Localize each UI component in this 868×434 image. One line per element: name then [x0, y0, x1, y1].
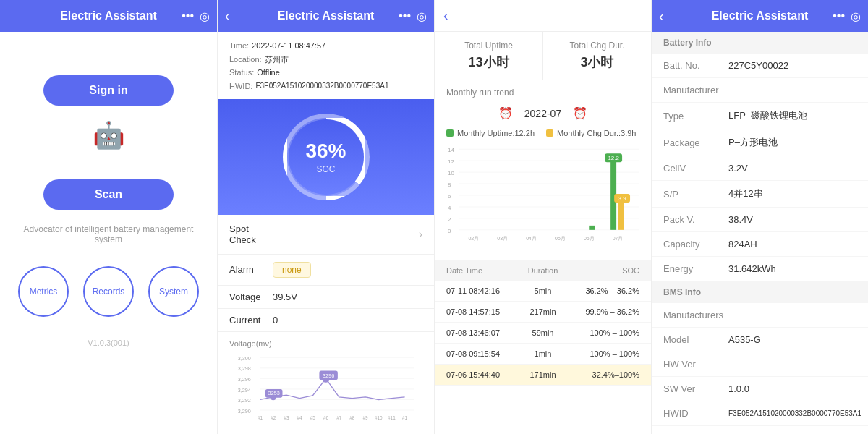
soc-circle: 36% SOC — [283, 114, 370, 200]
metrics-button[interactable]: Metrics — [18, 266, 69, 317]
svg-text:03月: 03月 — [497, 236, 508, 241]
svg-text:#9: #9 — [363, 414, 369, 420]
battery-info-header: Battery Info — [652, 32, 868, 54]
manufacturers-row: Manufacturers — [652, 303, 868, 328]
svg-text:2: 2 — [448, 216, 451, 223]
location-label: Location: — [229, 53, 262, 67]
panel2-title: Electric Assistant — [278, 9, 375, 22]
session-date-2: 07-08 14:57:15 — [446, 307, 516, 316]
svg-text:4: 4 — [448, 205, 451, 211]
session-row-5[interactable]: 07-06 15:44:40 171min 32.4%–100% — [435, 365, 651, 386]
sign-in-button[interactable]: Sign in — [43, 75, 174, 106]
batt-no-row: Batt. No. 227C5Y00022 — [652, 54, 868, 78]
voltage-row: Voltage 39.5V — [218, 286, 434, 309]
fwid-row: FWID FC6RJ293801 — [652, 426, 868, 434]
legend-chg: Monthly Chg Dur.:3.9h — [546, 129, 636, 137]
session-row-2[interactable]: 07-08 14:57:15 217min 99.9% – 36.2% — [435, 302, 651, 323]
alarm-row: Alarm none — [218, 255, 434, 286]
swver-row: SW Ver 1.0.0 — [652, 377, 868, 401]
hwid-value: F3E052A151020000332B0000770E53A1 — [255, 80, 388, 93]
total-uptime-value: 13小时 — [446, 54, 531, 71]
panel4-target-icon[interactable]: ◎ — [851, 9, 861, 23]
status-value: Offline — [257, 66, 280, 80]
svg-text:07月: 07月 — [613, 236, 624, 241]
version-text: V1.0.3(001) — [88, 339, 129, 347]
model-row: Model A535-G — [652, 328, 868, 352]
svg-text:0: 0 — [448, 228, 451, 234]
system-button[interactable]: System — [148, 266, 199, 317]
hwid-row: HWID F3E052A151020000332B0000770E53A1 — [652, 401, 868, 426]
svg-text:3,296: 3,296 — [238, 376, 251, 383]
manufacturer-label: Manufacturer — [663, 85, 728, 95]
panel4-dots-icon[interactable]: ••• — [833, 9, 845, 23]
spot-check-row[interactable]: SpotCheck › — [218, 215, 434, 255]
bms-info-header: BMS Info — [652, 281, 868, 303]
panel4-back-arrow[interactable]: ‹ — [659, 8, 664, 25]
scan-button[interactable]: Scan — [43, 179, 174, 210]
panel4-title: Electric Assistant — [712, 9, 809, 22]
session-date-5: 07-06 15:44:40 — [446, 370, 516, 379]
svg-text:3253: 3253 — [268, 390, 280, 396]
device-info: Time:2022-07-11 08:47:57 Location:苏州市 St… — [218, 32, 434, 99]
time-label: Time: — [229, 39, 249, 53]
battery-status-panel: ‹ Electric Assistant ••• ◎ Time:2022-07-… — [217, 0, 434, 434]
packv-label: Pack V. — [663, 214, 728, 225]
svg-text:14: 14 — [448, 147, 454, 153]
hwver-value: – — [728, 359, 733, 370]
total-chg-value: 3小时 — [555, 54, 639, 71]
soc-label: SOC — [316, 164, 335, 174]
svg-text:#10: #10 — [375, 414, 383, 420]
session-soc-3: 100% – 100% — [569, 328, 639, 337]
session-dur-3: 59min — [516, 328, 569, 337]
svg-text:3,290: 3,290 — [238, 407, 251, 414]
svg-text:02月: 02月 — [468, 236, 479, 241]
robot-icon: 🤖 — [93, 120, 125, 150]
panel2-dots-icon[interactable]: ••• — [399, 9, 411, 23]
batt-no-label: Batt. No. — [663, 60, 728, 71]
panel3-back-arrow[interactable]: ‹ — [443, 7, 448, 24]
manufacturers-label: Manufacturers — [663, 310, 728, 320]
records-button[interactable]: Records — [83, 266, 134, 317]
session-row-3[interactable]: 07-08 13:46:07 59min 100% – 100% — [435, 323, 651, 344]
target-icon[interactable]: ◎ — [200, 9, 210, 23]
total-chg-col: Total Chg Dur. 3小时 — [543, 32, 651, 80]
hwid-label: HWID: — [229, 80, 252, 93]
cellv-value: 3.2V — [728, 163, 748, 174]
current-value: 0 — [273, 315, 278, 326]
svg-text:#2: #2 — [271, 414, 276, 420]
svg-text:#8: #8 — [349, 414, 355, 420]
battery-info-panel: ‹ Electric Assistant ••• ◎ Battery Info … — [651, 0, 868, 434]
type-value: LFP–磁酸铁锂电池 — [728, 109, 807, 122]
dots-icon[interactable]: ••• — [182, 9, 194, 23]
prev-month-button[interactable]: ⏰ — [498, 106, 513, 120]
location-value: 苏州市 — [265, 53, 289, 67]
hwver-label: HW Ver — [663, 359, 728, 370]
package-row: Package P–方形电池 — [652, 129, 868, 156]
trend-header: Monthly run trend — [435, 80, 651, 102]
month-label: 2022-07 — [524, 108, 561, 119]
session-soc-1: 36.2% – 36.2% — [569, 286, 639, 295]
model-label: Model — [663, 334, 728, 345]
session-dur-5: 171min — [516, 370, 569, 379]
hwid-label: HWID — [663, 408, 728, 419]
batt-no-value: 227C5Y00022 — [728, 60, 788, 71]
session-row-1[interactable]: 07-11 08:42:16 5min 36.2% – 36.2% — [435, 281, 651, 302]
swver-value: 1.0.0 — [728, 383, 749, 394]
capacity-row: Capacity 824AH — [652, 232, 868, 257]
svg-text:#1: #1 — [402, 414, 408, 420]
svg-text:04月: 04月 — [526, 236, 537, 241]
svg-text:8: 8 — [448, 182, 451, 188]
session-row-4[interactable]: 07-08 09:15:54 1min 100% – 100% — [435, 344, 651, 365]
panel2-target-icon[interactable]: ◎ — [417, 9, 427, 23]
svg-text:3.9: 3.9 — [618, 195, 627, 202]
svg-text:3,298: 3,298 — [238, 365, 251, 372]
energy-value: 31.642kWh — [728, 263, 776, 274]
voltage-chart: Voltage(mv) 3,300 3,298 3,296 3,294 3,29… — [218, 332, 434, 432]
session-soc-4: 100% – 100% — [569, 349, 639, 358]
alarm-label: Alarm — [229, 264, 273, 275]
soc-percent: 36% — [305, 140, 346, 163]
svg-text:#4: #4 — [297, 414, 303, 420]
legend-uptime-label: Monthly Uptime:12.2h — [457, 129, 535, 137]
panel2-back-arrow[interactable]: ‹ — [225, 9, 229, 24]
next-month-button[interactable]: ⏰ — [573, 106, 587, 120]
